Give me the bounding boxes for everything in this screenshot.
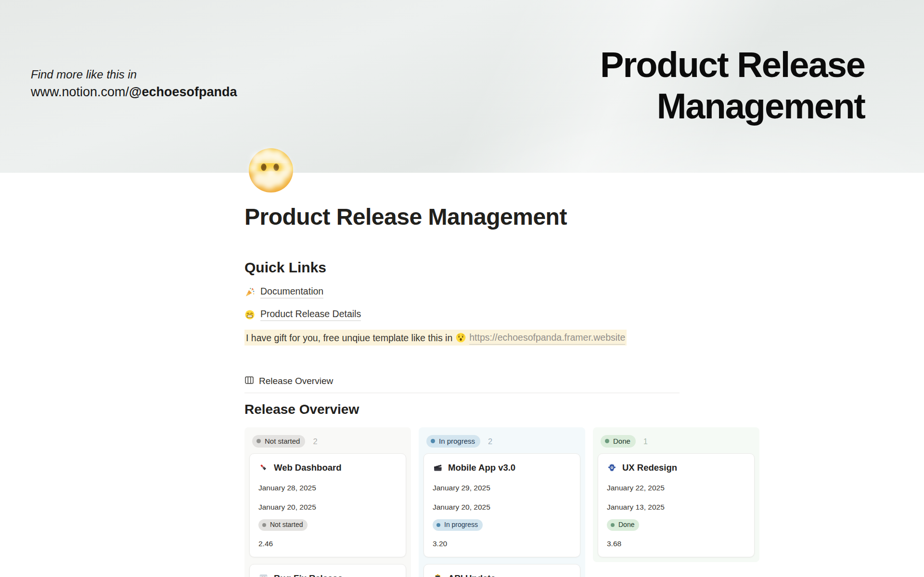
card-date: January 22, 2025: [607, 483, 745, 493]
column-count: 2: [313, 437, 317, 446]
lipstick-emoji: [258, 462, 269, 473]
promo-url-prefix: www.notion.com/: [31, 85, 129, 99]
hushed-face-emoji: [455, 332, 466, 343]
card-value: 3.20: [433, 539, 571, 549]
gift-link[interactable]: https://echoesofpanda.framer.website: [469, 331, 625, 345]
card-title: Web Dashboard: [274, 462, 341, 474]
column-count: 1: [643, 437, 648, 446]
foggy-emoji: [258, 573, 269, 577]
status-pill-not-started[interactable]: Not started: [252, 435, 305, 448]
card-bug-fix-release[interactable]: Bug Fix Release: [249, 564, 406, 577]
column-done: Done 1: [593, 427, 759, 562]
gift-note-highlight: I have gift for you, free unqiue templat…: [244, 330, 627, 346]
page-title: Product Release Management: [244, 203, 680, 231]
banner-title-line2: Management: [600, 86, 865, 127]
card-title: UX Redesign: [622, 462, 677, 474]
card-ux-redesign[interactable]: UX Redesign January 22, 2025 January 13,…: [598, 453, 755, 557]
status-dot: [605, 439, 609, 443]
link-documentation[interactable]: Documentation: [244, 285, 323, 299]
promo-line2: www.notion.com/@echoesofpanda: [31, 83, 237, 101]
board-heading: Release Overview: [244, 401, 680, 418]
clapper-board-emoji: [433, 462, 443, 473]
card-value: 3.68: [607, 539, 745, 549]
banner-title-line1: Product Release: [600, 44, 865, 86]
promo-text: Find more like this in www.notion.com/@e…: [31, 66, 237, 101]
view-tab-label: Release Overview: [259, 376, 333, 386]
banner-title: Product Release Management: [600, 44, 865, 127]
card-web-dashboard[interactable]: Web Dashboard January 28, 2025 January 2…: [249, 453, 406, 557]
gift-note: I have gift for you, free unqiue templat…: [244, 330, 627, 346]
quick-links-heading: Quick Links: [244, 258, 680, 277]
card-title: API Update: [448, 573, 496, 577]
kanban-board: Not started 2: [244, 427, 759, 577]
status-pill-in-progress[interactable]: In progress: [426, 435, 480, 448]
tab-release-overview[interactable]: Release Overview: [244, 375, 333, 393]
hamsa-emoji: [607, 462, 617, 473]
link-product-release-details[interactable]: Product Release Details: [244, 308, 361, 322]
status-dot: [431, 439, 435, 443]
card-mobile-app[interactable]: Mobile App v3.0 January 29, 2025 January…: [424, 453, 580, 557]
card-title: Mobile App v3.0: [448, 462, 515, 474]
column-not-started: Not started 2: [244, 427, 411, 577]
link-label: Documentation: [260, 286, 323, 298]
promo-line1: Find more like this in: [31, 66, 237, 83]
oncoming-taxi-emoji: [433, 573, 443, 577]
card-date: January 29, 2025: [433, 483, 571, 493]
gift-note-text: I have gift for you, free unqiue templat…: [246, 331, 452, 345]
party-popper-emoji: [244, 287, 255, 297]
card-date: January 13, 2025: [607, 502, 745, 512]
column-in-progress: In progress 2 Mobile: [419, 427, 585, 577]
board-view-icon: [244, 375, 254, 387]
card-title: Bug Fix Release: [274, 573, 343, 577]
card-date: January 28, 2025: [258, 483, 397, 493]
face-in-clouds-emoji[interactable]: [245, 144, 297, 196]
status-pill-done[interactable]: Done: [601, 435, 636, 448]
column-header: Done 1: [598, 432, 755, 453]
column-count: 2: [488, 437, 492, 446]
divider: [244, 393, 680, 393]
link-label: Product Release Details: [260, 308, 361, 321]
card-api-update[interactable]: API Update: [424, 564, 580, 577]
card-status-pill: Not started: [258, 519, 308, 531]
column-header: Not started 2: [249, 432, 406, 453]
card-date: January 20, 2025: [258, 502, 397, 512]
card-status-pill: Done: [607, 519, 639, 531]
card-date: January 20, 2025: [433, 502, 571, 512]
status-dot: [257, 439, 261, 443]
card-status-pill: In progress: [433, 519, 483, 531]
beaming-face-emoji: [244, 309, 255, 320]
promo-handle: @echoesofpanda: [129, 85, 237, 99]
column-header: In progress 2: [424, 432, 580, 453]
card-value: 2.46: [258, 539, 397, 549]
